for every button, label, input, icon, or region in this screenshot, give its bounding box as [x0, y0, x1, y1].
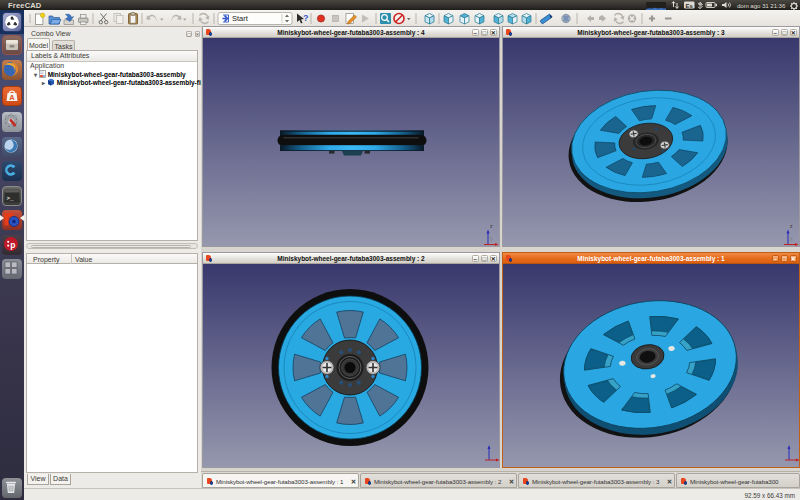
svg-text:Es: Es	[686, 3, 694, 9]
svg-text:y: y	[490, 234, 493, 240]
svg-text:A: A	[9, 93, 15, 102]
svg-text:Start: Start	[232, 14, 249, 23]
svg-text:?: ?	[303, 13, 309, 23]
svg-text:>_: >_	[7, 194, 15, 201]
svg-text:y: y	[790, 234, 793, 240]
svg-text:p: p	[10, 239, 15, 249]
svg-text:z: z	[490, 222, 493, 228]
svg-text:z: z	[790, 222, 793, 228]
